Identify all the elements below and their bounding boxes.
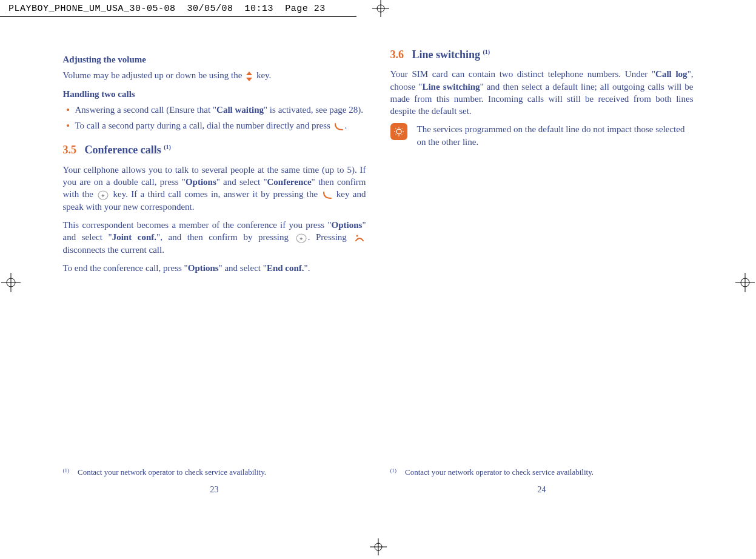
info-note-text: The services programmed on the default l…	[417, 123, 694, 148]
para-conference-2: This correspondent becomes a member of t…	[63, 219, 366, 256]
section-title: Line switching	[412, 49, 483, 61]
svg-text:✦: ✦	[101, 193, 105, 199]
call-key-icon	[334, 122, 344, 131]
header-time: 10:13	[245, 4, 274, 14]
section-3-6-heading: 3.6 Line switching (1)	[390, 47, 694, 62]
para-conference-3: To end the conference call, press "Optio…	[63, 262, 366, 274]
page-number-left: 23	[63, 484, 366, 496]
lightbulb-icon	[390, 123, 407, 140]
footnote-mark: (1)	[63, 467, 70, 478]
header-filename: PLAYBOY_PHONE_UM_USA_30-05-08	[8, 4, 176, 14]
svg-text:✦: ✦	[299, 236, 304, 242]
svg-line-18	[395, 135, 396, 136]
para-conference-1: Your cellphone allows you to talk to sev…	[63, 164, 366, 213]
registration-mark-top	[372, 0, 389, 19]
bullet-list-two-calls: Answering a second call (Ensure that "Ca…	[63, 104, 366, 132]
section-title: Conference calls	[85, 144, 164, 156]
registration-mark-left	[1, 273, 21, 295]
registration-mark-bottom	[370, 538, 387, 558]
volume-key-icon	[246, 72, 253, 81]
ok-key-icon: ✦	[98, 190, 109, 201]
svg-line-17	[401, 128, 403, 129]
registration-mark-right	[735, 273, 755, 295]
heading-two-calls: Handling two calls	[63, 88, 366, 100]
footnote-text: Contact your network operator to check s…	[405, 467, 594, 478]
svg-line-15	[395, 128, 396, 129]
footnote-left: (1) Contact your network operator to che…	[63, 467, 267, 478]
end-call-key-icon	[354, 233, 365, 243]
print-header: PLAYBOY_PHONE_UM_USA_30-05-08 30/05/08 1…	[0, 0, 356, 17]
svg-marker-3	[246, 72, 252, 75]
svg-marker-4	[246, 78, 252, 81]
page-number-right: 24	[390, 484, 694, 496]
svg-line-16	[401, 135, 403, 136]
list-item: Answering a second call (Ensure that "Ca…	[75, 104, 366, 116]
section-3-5-heading: 3.5 Conference calls (1)	[63, 142, 366, 157]
page-left: Adjusting the volume Volume may be adjus…	[63, 47, 366, 496]
para-line-switching: Your SIM card can contain two distinct t…	[390, 68, 694, 117]
page-right: 3.6 Line switching (1) Your SIM card can…	[390, 47, 694, 496]
page-spread: Adjusting the volume Volume may be adjus…	[0, 17, 756, 514]
call-key-icon	[323, 191, 332, 199]
footnote-text: Contact your network operator to check s…	[78, 467, 266, 478]
ok-key-icon: ✦	[296, 233, 307, 244]
footnote-right: (1) Contact your network operator to che…	[390, 467, 594, 478]
footnote-mark: (1)	[390, 467, 397, 478]
svg-point-9	[356, 235, 358, 236]
svg-point-10	[396, 129, 401, 134]
header-date: 30/05/08	[187, 4, 233, 14]
section-number: 3.5	[63, 144, 77, 156]
section-footnote-ref: (1)	[164, 144, 171, 150]
heading-adjusting-volume: Adjusting the volume	[63, 53, 366, 65]
section-number: 3.6	[390, 49, 404, 61]
info-note: The services programmed on the default l…	[390, 123, 694, 148]
list-item: To call a second party during a call, di…	[75, 119, 366, 132]
header-page: Page 23	[285, 4, 326, 14]
section-footnote-ref: (1)	[483, 49, 490, 55]
para-volume: Volume may be adjusted up or down be usi…	[63, 69, 366, 81]
